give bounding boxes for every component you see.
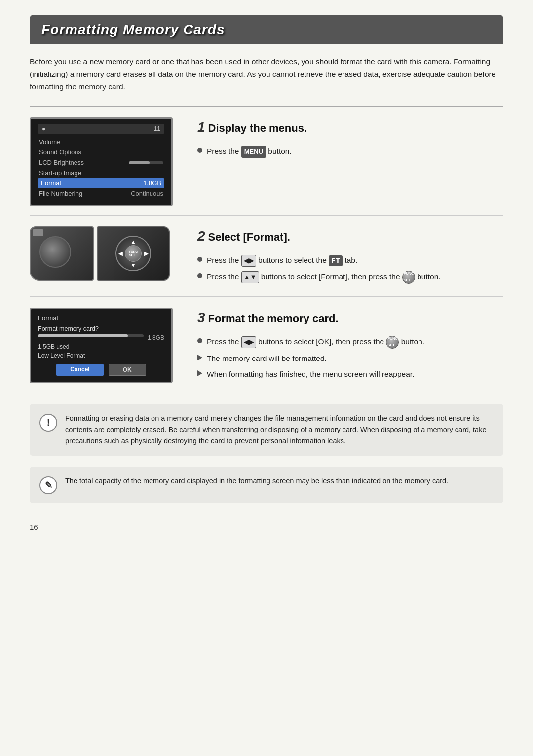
step-3-row: Format Format memory card? 1.8GB 1.5GB u… [30,297,503,393]
format-cancel-btn[interactable]: Cancel [56,364,103,376]
step-3-header: 3 Format the memory card. [197,310,503,331]
menu-item-value [129,159,163,166]
camera-body-row: ▲ ▼ ◀ ▶ FUNCSET [30,226,173,281]
step-1-image-col: ● 11 Volume Sound Options LCD Brightness [30,117,183,206]
step-2-title: Select [Format]. [208,231,290,244]
step-3-bullet-3-text: When formatting has finished, the menu s… [207,368,414,380]
bullet-triangle-icon [197,355,202,360]
camera-body-right: ▲ ▼ ◀ ▶ FUNCSET [97,226,170,281]
warning-note-text: Formatting or erasing data on a memory c… [65,413,494,447]
format-ok-btn[interactable]: OK [109,364,146,376]
step-2-bullet-1-text: Press the ◀▶ buttons to select the 𝗙𝗧 ta… [207,254,357,267]
step-2-bullet-2: Press the ▲▼ buttons to select [Format],… [197,271,503,284]
warning-note-box: ! Formatting or erasing data on a memory… [30,404,503,456]
bullet-circle-icon [197,257,202,262]
func-set-icon: FUNCSET [386,336,399,349]
format-size: 1.8GB [148,334,164,341]
menu-item-format: Format 1.8GB [38,178,164,188]
menu-item-filenumbering: File Numbering Continuous [38,188,164,199]
warning-icon: ! [39,414,57,432]
menu-item-value: 1.8GB [143,180,161,187]
menu-screen: ● 11 Volume Sound Options LCD Brightness [30,117,173,206]
pencil-note-box: ✎ The total capacity of the memory card … [30,467,503,503]
menu-item-lcd: LCD Brightness [38,157,164,168]
camera-body-left [30,226,94,281]
step-2-number: 2 [197,228,205,244]
menu-item-value: Continuous [131,190,163,197]
bullet-circle-icon [197,148,202,153]
step-1-number: 1 [197,119,205,135]
format-low-level: Low Level Format [38,352,164,359]
page-title-bar: Formatting Memory Cards [30,15,503,44]
menu-item-volume: Volume [38,137,164,147]
menu-item-label: Sound Options [39,148,81,156]
nav-ring: ▲ ▼ ◀ ▶ FUNCSET [115,236,151,271]
format-bar-row: 1.8GB [38,334,164,341]
format-screen-title: Format [38,314,164,322]
step-2-instructions: 2 Select [Format]. Press the ◀▶ buttons … [197,226,503,288]
step-2-row: ▲ ▼ ◀ ▶ FUNCSET 2 Select [Format] [30,216,503,297]
step-2-bullet-2-text: Press the ▲▼ buttons to select [Format],… [207,271,441,284]
bullet-circle-icon [197,338,202,343]
pencil-icon: ✎ [39,476,57,494]
lr-buttons-icon: ◀▶ [241,336,256,348]
step-1-title: Display the menus. [208,122,307,135]
menu-item-label: LCD Brightness [39,159,84,166]
func-set-button[interactable]: FUNCSET [125,245,142,262]
screen-indicator: ● [42,125,45,132]
pencil-note-text: The total capacity of the memory card di… [65,475,448,487]
ft-tab-icon: 𝗙𝗧 [329,255,343,266]
step-3-image-col: Format Format memory card? 1.8GB 1.5GB u… [30,308,183,383]
step-1-bullet-1-text: Press the MENU button. [207,145,292,158]
format-buttons: Cancel OK [38,364,164,376]
step-3-bullet-2-text: The memory card will be formatted. [207,353,327,364]
page-number-container: 16 [30,523,503,531]
step-3-instructions: 3 Format the memory card. Press the ◀▶ b… [197,308,503,384]
step-3-bullet-3: When formatting has finished, the menu s… [197,368,503,380]
step-1-row: ● 11 Volume Sound Options LCD Brightness [30,107,503,216]
menu-button-icon: MENU [241,146,266,158]
step-3-number: 3 [197,310,205,325]
step-1-instructions: 1 Display the menus. Press the MENU butt… [197,117,503,162]
page-title: Formatting Memory Cards [41,22,492,37]
step-2-bullet-1: Press the ◀▶ buttons to select the 𝗙𝗧 ta… [197,254,503,267]
func-set-icon: FUNCSET [402,271,415,284]
format-used: 1.5GB used [38,343,164,350]
steps-container: ● 11 Volume Sound Options LCD Brightness [30,107,503,393]
intro-text: Before you use a new memory card or one … [30,55,503,93]
format-dialog-screen: Format Format memory card? 1.8GB 1.5GB u… [30,308,173,383]
step-2-image-col: ▲ ▼ ◀ ▶ FUNCSET [30,226,183,281]
step-3-bullet-1-text: Press the ◀▶ buttons to select [OK], the… [207,336,424,349]
menu-item-label: Format [41,180,61,187]
func-set-label: FUNCSET [129,250,137,257]
menu-item-label: Volume [39,138,60,145]
step-3-bullet-2: The memory card will be formatted. [197,353,503,364]
menu-item-startup: Start-up Image [38,168,164,178]
bullet-circle-icon [197,273,202,278]
ud-buttons-icon: ▲▼ [241,271,259,283]
step-1-header: 1 Display the menus. [197,119,503,141]
screen-title-bar: ● 11 [38,124,164,134]
screen-tab-indicator: 11 [154,125,160,132]
menu-item-label: Start-up Image [39,169,81,177]
lr-buttons-icon: ◀▶ [241,255,256,267]
step-3-bullet-1: Press the ◀▶ buttons to select [OK], the… [197,336,503,349]
nav-right-arrow: ▶ [144,250,148,256]
func-btn-container: ▲ ▼ ◀ ▶ FUNCSET [115,236,151,271]
nav-left-arrow: ◀ [118,250,122,256]
page-number: 16 [30,523,38,531]
menu-item-label: File Numbering [39,190,82,197]
nav-down-arrow: ▼ [131,262,136,268]
nav-up-arrow: ▲ [131,239,136,245]
format-question: Format memory card? [38,325,164,332]
menu-item-sound: Sound Options [38,147,164,157]
step-1-bullet-1: Press the MENU button. [197,145,503,158]
step-2-header: 2 Select [Format]. [197,228,503,250]
step-3-title: Format the memory card. [208,312,339,325]
bullet-triangle-icon [197,370,202,376]
